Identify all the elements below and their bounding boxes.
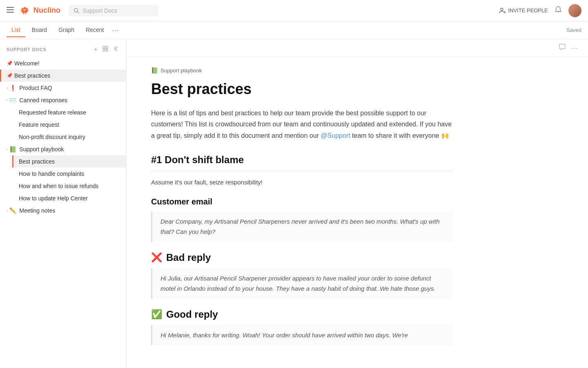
collapse-sidebar-button[interactable] <box>112 45 120 54</box>
tab-list[interactable]: List <box>7 23 25 37</box>
saved-label: Saved <box>566 27 581 33</box>
tab-board[interactable]: Board <box>27 23 52 37</box>
sidebar-item-handle-complaints-label: How to handle complaints <box>19 171 120 177</box>
section-no-blame-text: Assume it's our fault, seize responsibil… <box>151 177 453 187</box>
intro-end: team to share it with everyone 🙌 <box>352 132 449 139</box>
expand-arrow-icon[interactable]: › <box>7 86 8 90</box>
sidebar-item-update-help-center-label: How to update Help Center <box>19 195 120 202</box>
more-options-icon[interactable]: ⋯ <box>571 44 578 53</box>
sidebar-item-handle-complaints[interactable]: How to handle complaints <box>12 168 126 180</box>
bad-reply-blockquote: Hi Julia, our Artisanal Pencil Sharpener… <box>151 268 453 299</box>
page-title: Best practices <box>151 80 453 98</box>
sidebar-item-canned-responses-label: Canned responses <box>19 97 113 103</box>
sidebar-item-requested-feature-release-label: Requested feature release <box>19 109 120 116</box>
notifications-bell-icon[interactable] <box>555 6 562 15</box>
comments-icon[interactable] <box>559 43 566 53</box>
sidebar-item-update-help-center[interactable]: How to update Help Center <box>12 192 126 204</box>
main-layout: SUPPORT DOCS + <box>0 39 588 368</box>
person-add-icon <box>499 7 506 14</box>
support-playbook-children: Best practices How to handle complaints … <box>0 155 126 204</box>
expand-all-button[interactable] <box>102 45 109 54</box>
sidebar-item-product-faq-label: Product FAQ <box>19 85 113 91</box>
good-reply-blockquote: Hi Melanie, thanks for writing. Woah! Yo… <box>151 325 453 346</box>
invite-label: INVITE PEOPLE <box>508 7 548 13</box>
sidebar-item-best-practices[interactable]: 📌 Best practices <box>0 70 126 82</box>
svg-rect-1 <box>7 9 14 10</box>
good-reply-title: Good reply <box>166 309 218 320</box>
sidebar-item-best-practices-sub[interactable]: Best practices <box>12 155 126 168</box>
customer-email-title: Customer email <box>151 197 453 206</box>
section-no-blame-title: #1 Don't shift blame <box>151 154 453 166</box>
mention-link[interactable]: @Support <box>321 132 350 139</box>
sidebar-item-meeting-notes-label: Meeting notes <box>19 207 113 214</box>
sidebar: SUPPORT DOCS + <box>0 39 127 368</box>
search-bar[interactable]: Support Docs <box>69 5 158 16</box>
doc-toolbar: ⋯ <box>127 39 588 57</box>
sidebar-item-nonprofit-discount-label: Non-profit discount inquiry <box>19 134 120 140</box>
sidebar-item-welcome-label: Welcome! <box>14 60 120 67</box>
search-placeholder: Support Docs <box>82 7 117 14</box>
sidebar-header: SUPPORT DOCS + <box>0 39 126 57</box>
svg-rect-2 <box>7 12 14 13</box>
bad-reply-heading: ❌ Bad reply <box>151 252 453 263</box>
pin-icon: 📌 <box>7 73 13 79</box>
expand-arrow-icon[interactable]: › <box>7 209 8 213</box>
good-reply-emoji: ✅ <box>151 309 162 320</box>
tab-graph[interactable]: Graph <box>53 23 79 37</box>
search-icon <box>74 8 79 13</box>
bad-reply-title: Bad reply <box>166 252 211 263</box>
svg-rect-9 <box>106 49 108 51</box>
sidebar-item-support-playbook-label: Support playbook <box>19 146 113 153</box>
logo[interactable]: Nuclino <box>19 5 60 16</box>
sidebar-item-meeting-notes[interactable]: › ✏️ Meeting notes <box>0 204 126 217</box>
sidebar-item-feature-request[interactable]: Feature request <box>12 119 126 131</box>
svg-rect-6 <box>103 46 105 48</box>
tabs-bar: List Board Graph Recent ⋯ Saved <box>0 21 588 39</box>
main-content: ⋯ 📗 Support playbook Best practices Here… <box>127 39 588 368</box>
expand-arrow-icon[interactable]: › <box>5 148 9 150</box>
hamburger-menu[interactable] <box>7 7 14 14</box>
sidebar-actions: + <box>93 45 120 54</box>
sidebar-item-nonprofit-discount[interactable]: Non-profit discount inquiry <box>12 131 126 143</box>
breadcrumb: 📗 Support playbook <box>151 67 453 74</box>
bad-reply-emoji: ❌ <box>151 252 162 263</box>
customer-email-blockquote: Dear Company, my Artisanal Pencil Sharpe… <box>151 211 453 242</box>
meeting-notes-icon: ✏️ <box>9 207 17 214</box>
add-item-button[interactable]: + <box>93 45 98 54</box>
sidebar-item-best-practices-sub-label: Best practices <box>19 158 120 165</box>
svg-rect-7 <box>106 46 108 48</box>
sidebar-item-requested-feature-release[interactable]: Requested feature release <box>12 106 126 119</box>
app-name: Nuclino <box>33 6 60 15</box>
sidebar-item-issue-refunds-label: How and when to issue refunds <box>19 183 120 189</box>
sidebar-item-feature-request-label: Feature request <box>19 121 120 128</box>
invite-button[interactable]: INVITE PEOPLE <box>499 7 548 14</box>
sidebar-item-product-faq[interactable]: › ❗ Product FAQ <box>0 82 126 94</box>
breadcrumb-icon: 📗 <box>151 67 158 74</box>
product-faq-icon: ❗ <box>9 85 17 91</box>
pin-icon: 📌 <box>7 61 13 66</box>
tab-recent[interactable]: Recent <box>81 23 109 37</box>
section-divider <box>151 171 453 171</box>
sidebar-item-support-playbook[interactable]: › 📗 Support playbook <box>0 143 126 155</box>
sidebar-title: SUPPORT DOCS <box>7 47 93 52</box>
support-playbook-icon: 📗 <box>9 146 17 153</box>
sidebar-item-canned-responses[interactable]: › ✉️ Canned responses <box>0 94 126 106</box>
doc-intro: Here is a list of tips and best practice… <box>151 108 453 141</box>
sidebar-item-best-practices-label: Best practices <box>14 72 120 79</box>
doc-body: 📗 Support playbook Best practices Here i… <box>127 57 478 368</box>
sidebar-item-issue-refunds[interactable]: How and when to issue refunds <box>12 180 126 192</box>
top-nav: Nuclino Support Docs INVITE PEOPLE <box>0 0 588 21</box>
expand-arrow-icon[interactable]: › <box>5 99 9 101</box>
breadcrumb-text: Support playbook <box>160 67 202 74</box>
top-nav-right: INVITE PEOPLE <box>499 4 581 17</box>
canned-responses-icon: ✉️ <box>9 97 17 103</box>
canned-responses-children: Requested feature release Feature reques… <box>0 106 126 143</box>
svg-point-5 <box>501 8 503 11</box>
good-reply-heading: ✅ Good reply <box>151 309 453 320</box>
sidebar-item-welcome[interactable]: 📌 Welcome! <box>0 57 126 70</box>
user-avatar[interactable] <box>568 4 581 17</box>
svg-rect-8 <box>103 49 105 51</box>
svg-rect-0 <box>7 7 14 8</box>
tabs-more-icon[interactable]: ⋯ <box>112 26 119 35</box>
